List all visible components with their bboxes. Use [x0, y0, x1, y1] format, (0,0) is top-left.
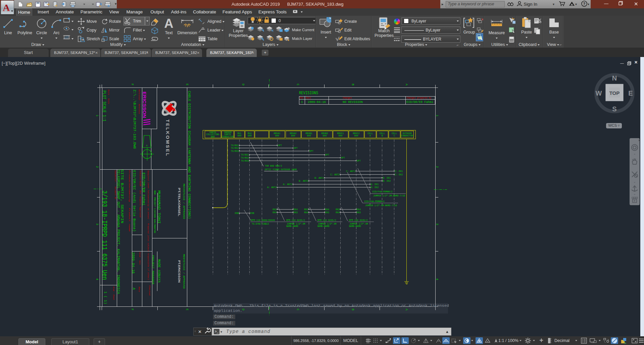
svg-text:OPTIC FIBER OUTDOOR 100M: OPTIC FIBER OUTDOOR 100M [265, 169, 297, 171]
svg-text:C: C [296, 309, 299, 311]
svg-text:NKMD-NKMD: NKMD-NKMD [349, 225, 361, 228]
svg-text:RRUA2: RRUA2 [290, 132, 297, 135]
svg-text:CONDUCTOR: CONDUCTOR [401, 135, 413, 137]
svg-text:RX4: RX4 [336, 212, 340, 214]
svg-text:Dokumentnr. - Document No: Dokumentnr. - Document No [114, 170, 116, 199]
svg-text:TELKOMSEL SWAP OUT - ARWANA PR: TELKOMSEL SWAP OUT - ARWANA PROJECT, KAL… [116, 169, 120, 294]
svg-text:A: ANT1: A: ANT1 [283, 183, 292, 186]
svg-text:MENYETUJUI / APPROVED: MENYETUJUI / APPROVED [183, 184, 186, 219]
svg-text:TG-SYNC CABLE: TG-SYNC CABLE [252, 223, 269, 225]
svg-text:PT.TELKOMSEL: PT.TELKOMSEL [178, 188, 181, 217]
svg-text:C: C [394, 135, 395, 137]
svg-text:4: 4 [435, 278, 439, 280]
svg-text:4: 4 [95, 278, 99, 280]
svg-text:Changes: Changes [343, 97, 352, 99]
svg-text:B: B [351, 309, 354, 311]
svg-text:CABLE DISTRIBUTION DIAGRAM (AN: CABLE DISTRIBUTION DIAGRAM (ANTENNA AND … [187, 91, 191, 219]
svg-text:MGR. PROJECT LIAISON KALIMANTA: MGR. PROJECT LIAISON KALIMANTAN [153, 190, 156, 233]
svg-text:RRUB1: RRUB1 [306, 132, 312, 135]
svg-text:900: 900 [354, 135, 358, 137]
svg-text:Scale - Scale: Scale - Scale [107, 90, 110, 104]
svg-text:S: S [612, 105, 616, 113]
svg-text:NO REVISION: NO REVISION [343, 101, 363, 104]
svg-text:900: 900 [307, 135, 311, 137]
svg-text:RRUC2: RRUC2 [353, 132, 360, 135]
svg-text:Referenser - Reference: Referenser - Reference [138, 90, 140, 114]
svg-text:RX4: RX4 [294, 209, 298, 211]
svg-text:MADE ASNAYA: MADE ASNAYA [157, 259, 161, 283]
svg-text:B: B [351, 84, 354, 86]
svg-text:BAR: BAR [211, 136, 215, 138]
svg-text:A: ANT2: A: ANT2 [267, 186, 277, 189]
svg-text:B: ANT1: B: ANT1 [314, 177, 324, 179]
svg-text:RPM 119 0245/2: RPM 119 0245/2 [349, 219, 367, 222]
svg-text:OPT: OPT [325, 154, 329, 156]
svg-text:Tekansv/Godk - Doc respons/App: Tekansv/Godk - Doc respons/Approved [139, 170, 141, 217]
svg-text:PLOT SCALE 1:1: PLOT SCALE 1:1 [102, 91, 106, 121]
svg-text:TX/RX3: TX/RX3 [231, 150, 239, 153]
svg-text:RX3: RX3 [304, 209, 308, 211]
svg-text:ERICSSON: ERICSSON [142, 92, 147, 118]
svg-text:RPM 119 0408/05500: RPM 119 0408/05500 [251, 219, 275, 222]
svg-text:MU2: MU2 [248, 132, 252, 135]
svg-text:RRUA1: RRUA1 [274, 132, 281, 135]
svg-text:OUTDOOR: OUTDOOR [402, 132, 412, 135]
svg-text:MU1: MU1 [238, 132, 242, 135]
svg-text:RRUC1: RRUC1 [337, 132, 344, 135]
svg-text:OPT: OPT [294, 147, 298, 150]
svg-text:EID/F4A-PDMNR/2: EID/F4A-PDMNR/2 [373, 191, 392, 193]
svg-text:N: N [612, 74, 617, 82]
svg-text:EID/DR/ER Fahmi: EID/DR/ER Fahmi [142, 173, 146, 206]
svg-text:B: B [382, 135, 383, 137]
svg-text:2: 2 [435, 166, 439, 168]
svg-text:B: ANT2: B: ANT2 [299, 180, 308, 182]
svg-text:3: 3 [95, 223, 99, 225]
svg-text:ESB: ESB [235, 212, 239, 215]
svg-text:B: DX1: B: DX1 [383, 177, 391, 179]
svg-text:A: A [3, 2, 10, 13]
svg-text:Date: Date [306, 97, 311, 99]
svg-text:TX/RX2: TX/RX2 [241, 157, 249, 159]
svg-text:ESB: ESB [250, 212, 254, 215]
svg-text:TOP: TOP [609, 90, 620, 96]
svg-text:W: W [596, 90, 602, 97]
svg-text:TX/RX1: TX/RX1 [231, 145, 239, 147]
svg-text:TX/RX3: TX/RX3 [241, 160, 249, 162]
svg-text:E: E [185, 84, 189, 85]
svg-text:B: DX2: B: DX2 [383, 180, 391, 182]
svg-text:E: E [185, 309, 189, 310]
svg-text:RX4: RX4 [357, 209, 361, 211]
svg-text:OPT: OPT [278, 145, 282, 147]
svg-text:RPM 119 0245/2: RPM 119 0245/2 [317, 219, 336, 222]
svg-text:E: E [146, 145, 148, 147]
svg-text:F: F [131, 84, 134, 85]
svg-text:2009-04-16: 2009-04-16 [308, 101, 326, 104]
svg-text:RX4: RX4 [325, 209, 329, 211]
svg-text:JUMPER 1/2”-2M.NKMD-7/16: JUMPER 1/2”-2M.NKMD-7/16 [373, 195, 405, 197]
svg-text:900: 900 [323, 135, 327, 137]
svg-text:?: ? [583, 2, 586, 6]
svg-text:RX3: RX3 [294, 212, 298, 214]
svg-text:A: A [405, 84, 408, 86]
svg-text:A: A [132, 288, 136, 290]
svg-text:Changes prepared by: Changes prepared by [406, 97, 431, 99]
svg-text:CELL: CELL [367, 132, 373, 135]
svg-text:D: D [241, 84, 245, 85]
svg-text:RRUB2: RRUB2 [321, 132, 328, 135]
svg-text:RX3: RX3 [357, 212, 361, 214]
svg-text:1: 1 [95, 115, 99, 116]
svg-text:C: ANT1: C: ANT1 [346, 170, 355, 173]
svg-text:900: 900 [275, 135, 279, 137]
svg-text:Blad - Sheet: Blad - Sheet [112, 287, 114, 300]
svg-text:PT.ERICSSON: PT.ERICSSON [178, 260, 181, 283]
svg-text:A: DX2: A: DX2 [371, 186, 379, 189]
svg-text:F: F [131, 309, 134, 310]
svg-text:C: ANT2: C: ANT2 [330, 174, 340, 176]
svg-text:MUHAMAD TONI: MUHAMAD TONI [157, 190, 161, 224]
svg-text:OPT: OPT [309, 150, 313, 153]
svg-text:EID/DR/EC (Andi Setia Buana): EID/DR/EC (Andi Setia Buana) [132, 170, 136, 232]
svg-text:PROJECT MANAGER: PROJECT MANAGER [152, 255, 155, 284]
svg-text:Datum - Date: Datum - Date [139, 252, 141, 265]
svg-text:2: 2 [95, 166, 99, 168]
svg-text:3: 3 [435, 223, 439, 225]
